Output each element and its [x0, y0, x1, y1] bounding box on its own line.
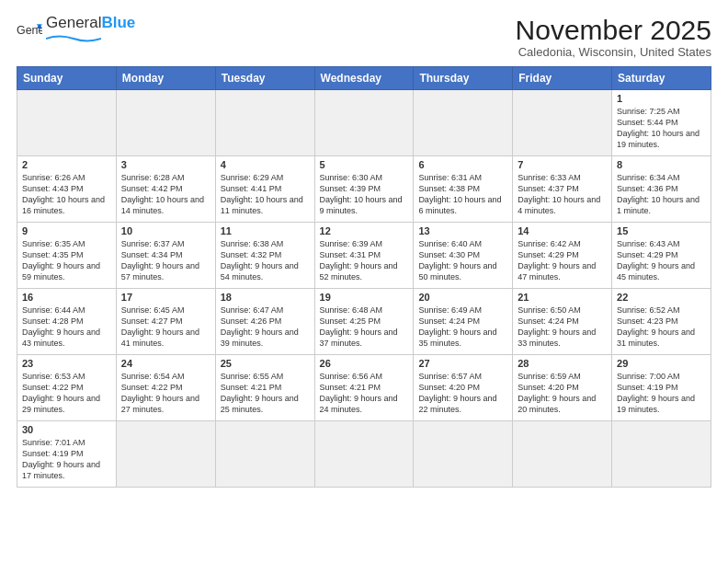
- day-info: Sunrise: 6:43 AM Sunset: 4:29 PM Dayligh…: [617, 238, 706, 283]
- day-info: Sunrise: 6:50 AM Sunset: 4:24 PM Dayligh…: [518, 304, 607, 350]
- calendar-cell: [414, 421, 513, 488]
- calendar-cell: 4Sunrise: 6:29 AM Sunset: 4:41 PM Daylig…: [215, 156, 314, 223]
- calendar-cell: 30Sunrise: 7:01 AM Sunset: 4:19 PM Dayli…: [17, 421, 117, 488]
- day-info: Sunrise: 6:28 AM Sunset: 4:42 PM Dayligh…: [121, 172, 210, 217]
- calendar-cell: 2Sunrise: 6:26 AM Sunset: 4:43 PM Daylig…: [17, 156, 117, 223]
- day-number: 22: [617, 292, 706, 303]
- calendar-cell: 14Sunrise: 6:42 AM Sunset: 4:29 PM Dayli…: [513, 223, 612, 289]
- calendar-table: SundayMondayTuesdayWednesdayThursdayFrid…: [17, 66, 711, 488]
- calendar-week-2: 9Sunrise: 6:35 AM Sunset: 4:35 PM Daylig…: [17, 223, 711, 289]
- calendar-cell: 28Sunrise: 6:59 AM Sunset: 4:20 PM Dayli…: [513, 355, 612, 421]
- calendar-header-row: SundayMondayTuesdayWednesdayThursdayFrid…: [17, 67, 711, 90]
- day-info: Sunrise: 6:53 AM Sunset: 4:22 PM Dayligh…: [22, 371, 111, 416]
- day-number: 15: [617, 225, 706, 236]
- day-info: Sunrise: 6:34 AM Sunset: 4:36 PM Dayligh…: [617, 172, 706, 217]
- day-number: 17: [121, 292, 210, 303]
- calendar-cell: 24Sunrise: 6:54 AM Sunset: 4:22 PM Dayli…: [116, 355, 215, 421]
- day-number: 29: [617, 358, 706, 369]
- calendar-cell: 19Sunrise: 6:48 AM Sunset: 4:25 PM Dayli…: [314, 289, 414, 355]
- calendar-cell: 11Sunrise: 6:38 AM Sunset: 4:32 PM Dayli…: [215, 223, 314, 289]
- day-number: 28: [518, 358, 607, 369]
- day-info: Sunrise: 6:39 AM Sunset: 4:31 PM Dayligh…: [320, 238, 409, 283]
- col-header-friday: Friday: [513, 67, 612, 90]
- day-number: 2: [22, 159, 111, 170]
- day-info: Sunrise: 6:30 AM Sunset: 4:39 PM Dayligh…: [320, 172, 409, 217]
- day-info: Sunrise: 6:52 AM Sunset: 4:23 PM Dayligh…: [617, 304, 706, 350]
- logo-blue: Blue: [101, 14, 135, 31]
- month-title: November 2025: [516, 15, 711, 45]
- col-header-saturday: Saturday: [612, 67, 711, 90]
- day-info: Sunrise: 6:33 AM Sunset: 4:37 PM Dayligh…: [518, 172, 607, 217]
- day-number: 5: [320, 159, 409, 170]
- day-info: Sunrise: 6:49 AM Sunset: 4:24 PM Dayligh…: [418, 304, 507, 350]
- col-header-sunday: Sunday: [17, 67, 117, 90]
- day-info: Sunrise: 7:01 AM Sunset: 4:19 PM Dayligh…: [22, 437, 111, 482]
- calendar-cell: 8Sunrise: 6:34 AM Sunset: 4:36 PM Daylig…: [612, 156, 711, 223]
- calendar-cell: 1Sunrise: 7:25 AM Sunset: 5:44 PM Daylig…: [612, 90, 711, 156]
- calendar-cell: 6Sunrise: 6:31 AM Sunset: 4:38 PM Daylig…: [414, 156, 513, 223]
- calendar-cell: 27Sunrise: 6:57 AM Sunset: 4:20 PM Dayli…: [414, 355, 513, 421]
- calendar-cell: 18Sunrise: 6:47 AM Sunset: 4:26 PM Dayli…: [215, 289, 314, 355]
- calendar-cell: [513, 90, 612, 156]
- day-info: Sunrise: 6:31 AM Sunset: 4:38 PM Dayligh…: [418, 172, 507, 217]
- day-info: Sunrise: 6:47 AM Sunset: 4:26 PM Dayligh…: [221, 304, 310, 350]
- calendar-week-5: 30Sunrise: 7:01 AM Sunset: 4:19 PM Dayli…: [17, 421, 711, 488]
- day-number: 20: [418, 292, 507, 303]
- day-number: 27: [418, 358, 507, 369]
- day-number: 18: [221, 292, 310, 303]
- calendar-week-4: 23Sunrise: 6:53 AM Sunset: 4:22 PM Dayli…: [17, 355, 711, 421]
- day-number: 30: [22, 424, 111, 435]
- calendar-cell: [215, 421, 314, 488]
- calendar-week-3: 16Sunrise: 6:44 AM Sunset: 4:28 PM Dayli…: [17, 289, 711, 355]
- day-info: Sunrise: 6:45 AM Sunset: 4:27 PM Dayligh…: [121, 304, 210, 350]
- col-header-monday: Monday: [116, 67, 215, 90]
- calendar-cell: [116, 421, 215, 488]
- calendar-cell: 21Sunrise: 6:50 AM Sunset: 4:24 PM Dayli…: [513, 289, 612, 355]
- day-info: Sunrise: 6:59 AM Sunset: 4:20 PM Dayligh…: [518, 371, 607, 416]
- day-info: Sunrise: 6:40 AM Sunset: 4:30 PM Dayligh…: [418, 238, 507, 283]
- col-header-thursday: Thursday: [414, 67, 513, 90]
- day-number: 25: [221, 358, 310, 369]
- day-info: Sunrise: 6:38 AM Sunset: 4:32 PM Dayligh…: [221, 238, 310, 283]
- day-info: Sunrise: 6:44 AM Sunset: 4:28 PM Dayligh…: [22, 304, 111, 350]
- calendar-cell: 22Sunrise: 6:52 AM Sunset: 4:23 PM Dayli…: [612, 289, 711, 355]
- calendar-cell: [513, 421, 612, 488]
- day-number: 24: [121, 358, 210, 369]
- day-number: 6: [418, 159, 507, 170]
- calendar-cell: 9Sunrise: 6:35 AM Sunset: 4:35 PM Daylig…: [17, 223, 117, 289]
- day-number: 19: [320, 292, 409, 303]
- day-info: Sunrise: 6:37 AM Sunset: 4:34 PM Dayligh…: [121, 238, 210, 283]
- calendar-cell: 15Sunrise: 6:43 AM Sunset: 4:29 PM Dayli…: [612, 223, 711, 289]
- day-info: Sunrise: 6:29 AM Sunset: 4:41 PM Dayligh…: [221, 172, 310, 217]
- day-info: Sunrise: 6:57 AM Sunset: 4:20 PM Dayligh…: [418, 371, 507, 416]
- location: Caledonia, Wisconsin, United States: [516, 45, 711, 59]
- calendar-week-1: 2Sunrise: 6:26 AM Sunset: 4:43 PM Daylig…: [17, 156, 711, 223]
- calendar-cell: [612, 421, 711, 488]
- calendar-cell: 16Sunrise: 6:44 AM Sunset: 4:28 PM Dayli…: [17, 289, 117, 355]
- calendar-week-0: 1Sunrise: 7:25 AM Sunset: 5:44 PM Daylig…: [17, 90, 711, 156]
- logo-wave: [46, 34, 101, 43]
- day-info: Sunrise: 6:26 AM Sunset: 4:43 PM Dayligh…: [22, 172, 111, 217]
- calendar-cell: [314, 90, 414, 156]
- calendar-cell: 17Sunrise: 6:45 AM Sunset: 4:27 PM Dayli…: [116, 289, 215, 355]
- day-info: Sunrise: 6:35 AM Sunset: 4:35 PM Dayligh…: [22, 238, 111, 283]
- calendar-cell: 20Sunrise: 6:49 AM Sunset: 4:24 PM Dayli…: [414, 289, 513, 355]
- day-number: 11: [221, 225, 310, 236]
- day-info: Sunrise: 6:54 AM Sunset: 4:22 PM Dayligh…: [121, 371, 210, 416]
- day-number: 8: [617, 159, 706, 170]
- col-header-tuesday: Tuesday: [215, 67, 314, 90]
- generalblue-logo-icon: General: [17, 18, 42, 44]
- calendar-cell: 10Sunrise: 6:37 AM Sunset: 4:34 PM Dayli…: [116, 223, 215, 289]
- calendar-cell: 12Sunrise: 6:39 AM Sunset: 4:31 PM Dayli…: [314, 223, 414, 289]
- day-info: Sunrise: 6:56 AM Sunset: 4:21 PM Dayligh…: [320, 371, 409, 416]
- day-number: 14: [518, 225, 607, 236]
- calendar-cell: 5Sunrise: 6:30 AM Sunset: 4:39 PM Daylig…: [314, 156, 414, 223]
- title-block: November 2025 Caledonia, Wisconsin, Unit…: [516, 15, 711, 59]
- day-number: 7: [518, 159, 607, 170]
- logo: General GeneralBlue: [17, 15, 135, 47]
- calendar-cell: [116, 90, 215, 156]
- day-number: 3: [121, 159, 210, 170]
- day-number: 10: [121, 225, 210, 236]
- page: General GeneralBlue November 2025 Caledo…: [0, 0, 728, 563]
- calendar-cell: [414, 90, 513, 156]
